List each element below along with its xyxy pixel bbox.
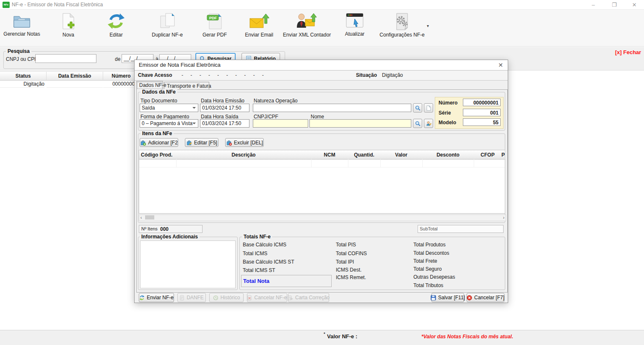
chave-acesso-label: Chave Acesso <box>138 72 172 78</box>
total-label: Base Cálculo ICMS ST <box>243 259 294 265</box>
nova-button[interactable]: Nova <box>53 12 84 44</box>
n-itens-label: Nº Itens <box>141 226 158 231</box>
fechar-link[interactable]: [x] Fechar <box>615 49 641 55</box>
serie-label: Série <box>439 110 451 116</box>
table-row-numero[interactable]: 000000001 <box>103 80 138 88</box>
total-nota-label: Total Nota <box>243 278 270 284</box>
toolbar-label: Enviar XML Contador <box>283 32 331 38</box>
gerar-pdf-button[interactable]: PDF Gerar PDF <box>199 12 231 44</box>
natureza-search-button[interactable] <box>413 103 422 112</box>
table-row-status[interactable]: Digitação <box>0 80 44 88</box>
search-icon <box>415 120 421 126</box>
natureza-operacao-input[interactable] <box>253 104 411 112</box>
title-bar: NFe NF-e - Emissor de Nota Fiscal Eletrô… <box>0 0 644 10</box>
enviar-email-button[interactable]: Enviar Email <box>242 12 276 44</box>
excluir-item-button[interactable]: Excluir [DEL] <box>225 138 264 147</box>
itens-col-cfop[interactable]: CFOP <box>474 150 502 159</box>
total-label: Total Tributos <box>413 282 443 288</box>
folder-icon <box>3 13 41 29</box>
atualizar-button[interactable]: Atualizar <box>340 12 369 44</box>
bag-edit-icon <box>186 139 192 146</box>
info-adicionais-textarea[interactable] <box>140 240 236 288</box>
gerenciar-notas-button[interactable]: Gerenciar Notas <box>3 12 41 44</box>
danfe-button[interactable]: DANFE <box>177 293 206 302</box>
tipo-documento-select[interactable]: Saída <box>140 104 198 112</box>
enviar-xml-contador-button[interactable]: Enviar XML Contador <box>282 12 332 44</box>
cliente-edit-button[interactable] <box>424 119 433 128</box>
enviar-nfe-label: Enviar NF-e <box>147 295 174 301</box>
total-label: Total ICMS ST <box>243 267 275 273</box>
cliente-search-button[interactable] <box>413 119 422 128</box>
itens-col-descricao[interactable]: Descrição <box>176 150 312 159</box>
salvar-button[interactable]: Salvar [F11] <box>431 293 464 302</box>
itens-col-ncm[interactable]: NCM <box>311 150 348 159</box>
table-row-data-emissao[interactable] <box>47 80 103 88</box>
configuracoes-nfe-button[interactable]: Configurações NF-e <box>379 12 425 44</box>
cancel-document-icon <box>247 295 252 301</box>
letter-arrow-icon <box>288 295 293 301</box>
itens-col-codigo[interactable]: Código Prod. <box>139 150 178 159</box>
toolbar-label: Duplicar NF-e <box>152 32 183 38</box>
nome-input[interactable] <box>309 119 411 128</box>
cancelar-dialog-button[interactable]: Cancelar [F7] <box>467 293 504 302</box>
editar-button[interactable]: Editar <box>101 12 132 44</box>
total-label: Base Cálculo ICMS <box>243 242 286 248</box>
cnpj-cpf-dialog-input[interactable] <box>253 119 308 128</box>
adicionar-item-button[interactable]: Adicionar [F2 <box>140 138 178 147</box>
cancelar-nfe-button[interactable]: Cancelar NF-e <box>247 293 287 302</box>
duplicar-nfe-button[interactable]: Duplicar NF-e <box>148 12 187 44</box>
data-hora-saida-input[interactable]: 01/03/2024 17:50 <box>200 119 249 128</box>
n-itens-panel: Nº Itens 000 <box>139 225 203 233</box>
itens-col-quantid[interactable]: Quantid. <box>348 150 381 159</box>
scroll-left-icon[interactable]: ‹ <box>140 215 142 220</box>
enviar-nfe-button[interactable]: Enviar NF-e <box>139 293 174 302</box>
toolbar-more-arrow[interactable]: ▾ <box>427 24 429 28</box>
editar-item-button[interactable]: Editar [F5] <box>185 138 218 147</box>
minimize-button[interactable]: – <box>586 0 600 10</box>
salvar-label: Salvar [F11] <box>438 295 465 301</box>
natureza-operacao-label: Natureza Operação <box>254 98 298 104</box>
carta-correcao-button[interactable]: Carta Correção <box>288 293 329 302</box>
close-button[interactable]: ✕ <box>627 0 641 10</box>
serie-input[interactable]: 001 <box>463 109 501 116</box>
maximize-button[interactable]: ❐ <box>607 0 621 10</box>
column-header-data-emissao[interactable]: Data Emissão <box>47 71 103 81</box>
itens-col-partial[interactable]: Pr <box>501 150 505 159</box>
column-header-status[interactable]: Status <box>0 71 47 81</box>
tab-dados-nfe[interactable]: Dados NF-e <box>136 81 163 90</box>
cnpj-cpf-input[interactable] <box>35 54 96 63</box>
total-label: ICMS Remet. <box>336 274 366 280</box>
scroll-thumb[interactable] <box>145 215 154 220</box>
duplicate-documents-icon <box>148 13 187 30</box>
subtotal-panel: SubTotal <box>418 225 504 233</box>
scroll-right-icon[interactable]: › <box>503 215 504 220</box>
itens-col-desconto[interactable]: Desconto <box>422 150 474 159</box>
historico-label: Histórico <box>221 295 240 301</box>
total-label: Total PIS <box>336 242 356 248</box>
dialog-close-icon[interactable]: ✕ <box>496 61 505 69</box>
forma-pagamento-select[interactable]: 0 – Pagamento á Vista <box>140 119 198 128</box>
email-icon <box>242 13 276 30</box>
month-note: *Valor das Notas Fiscais do mês atual. <box>421 334 513 340</box>
numero-serie-modelo-panel: Número 000000001 Série 001 Modelo 55 <box>435 97 504 129</box>
subtotal-label: SubTotal <box>420 226 438 231</box>
total-label: ICMS Dest. <box>336 267 361 273</box>
numero-input[interactable]: 000000001 <box>463 99 501 106</box>
data-hora-emissao-input[interactable]: 01/03/2024 17:50 <box>200 104 249 112</box>
toolbar-label: Gerenciar Notas <box>3 31 40 37</box>
status-bar: * Valor NF-e : *Valor das Notas Fiscais … <box>0 330 644 345</box>
historico-button[interactable]: Histórico <box>209 293 244 302</box>
total-label: Total Frete <box>413 258 437 264</box>
app-window: NFe NF-e - Emissor de Nota Fiscal Eletrô… <box>0 0 644 345</box>
natureza-new-button[interactable] <box>424 103 433 112</box>
chave-acesso-row: Chave Acesso - - - - - - - - - - Situaçã… <box>135 71 508 81</box>
valor-asterisk: * <box>324 332 325 336</box>
itens-hscrollbar[interactable]: ‹ › <box>139 214 506 221</box>
modelo-input[interactable]: 55 <box>463 118 501 126</box>
itens-col-valor[interactable]: Valor <box>380 150 423 159</box>
data-hora-emissao-label: Data Hora Emissão <box>201 98 244 104</box>
refresh-arrows-icon <box>101 13 132 30</box>
toolbar-label: Configurações NF-e <box>379 32 424 38</box>
pdf-icon: PDF <box>199 13 231 30</box>
total-nota-box: Total Nota <box>241 275 332 287</box>
